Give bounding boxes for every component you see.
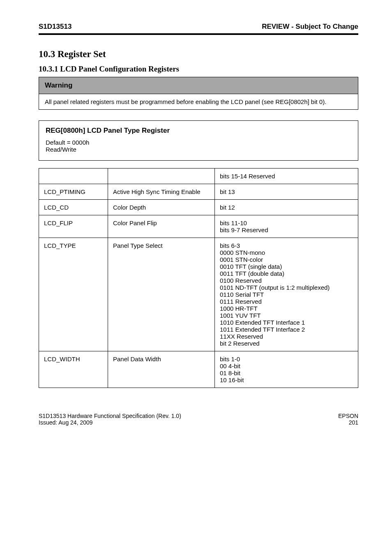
cell-name: LCD_TYPE: [39, 238, 108, 351]
register-title: REG[0800h] LCD Panel Type Register: [46, 127, 351, 135]
cell-bits: bit 13: [215, 184, 358, 200]
register-header-box: REG[0800h] LCD Panel Type Register Defau…: [39, 120, 358, 161]
footer-page-num: 201: [338, 419, 358, 426]
table-row: LCD_CD Color Depth bit 12: [39, 200, 358, 215]
warning-title-cell: Warning: [39, 77, 358, 94]
warning-title: Warning: [45, 81, 72, 89]
cell-desc: Color Depth: [108, 200, 215, 215]
cell-bits: bits 11-10 bits 9-7 Reserved: [215, 215, 358, 238]
cell-name: [39, 169, 108, 184]
page-header: S1D13513 REVIEW - Subject To Change: [39, 23, 358, 35]
cell-name: LCD_FLIP: [39, 215, 108, 238]
header-model: S1D13513: [39, 23, 71, 31]
page: S1D13513 REVIEW - Subject To Change 10.3…: [0, 0, 392, 463]
warning-body-cell: All panel related registers must be prog…: [39, 94, 358, 110]
page-footer: S1D13513 Hardware Functional Specificati…: [39, 413, 358, 426]
register-fields-table: bits 15-14 Reserved LCD_PTIMING Active H…: [39, 168, 358, 388]
cell-bits: bit 12: [215, 200, 358, 215]
header-status: REVIEW - Subject To Change: [262, 23, 358, 31]
table-row: LCD_TYPE Panel Type Select bits 6-3 0000…: [39, 238, 358, 351]
cell-desc: Panel Data Width: [108, 351, 215, 388]
cell-desc: Panel Type Select: [108, 238, 215, 351]
footer-left: S1D13513 Hardware Functional Specificati…: [39, 413, 181, 426]
table-row: bits 15-14 Reserved: [39, 169, 358, 184]
cell-name: LCD_CD: [39, 200, 108, 215]
cell-name: LCD_PTIMING: [39, 184, 108, 200]
cell-bits: bits 6-3 0000 STN-mono 0001 STN-color 00…: [215, 238, 358, 351]
cell-bits: bits 15-14 Reserved: [215, 169, 358, 184]
cell-name: LCD_WIDTH: [39, 351, 108, 388]
table-row: LCD_PTIMING Active High Sync Timing Enab…: [39, 184, 358, 200]
section-heading: 10.3 Register Set: [39, 49, 358, 60]
cell-bits: bits 1-0 00 4-bit 01 8-bit 10 16-bit: [215, 351, 358, 388]
table-row: LCD_WIDTH Panel Data Width bits 1-0 00 4…: [39, 351, 358, 388]
table-row: LCD_FLIP Color Panel Flip bits 11-10 bit…: [39, 215, 358, 238]
warning-box: Warning All panel related registers must…: [39, 77, 358, 110]
footer-brand: EPSON: [338, 413, 358, 419]
warning-body-row: All panel related registers must be prog…: [39, 94, 358, 110]
register-rw: Read/Write: [46, 146, 351, 153]
register-default: Default = 0000h: [46, 139, 351, 146]
subsection-heading: 10.3.1 LCD Panel Configuration Registers: [39, 65, 358, 74]
footer-right: EPSON 201: [338, 413, 358, 426]
cell-desc: Color Panel Flip: [108, 215, 215, 238]
footer-issued: Issued: Aug 24, 2009: [39, 419, 181, 426]
cell-desc: [108, 169, 215, 184]
cell-desc: Active High Sync Timing Enable: [108, 184, 215, 200]
warning-title-row: Warning: [39, 77, 358, 94]
footer-doc-title: S1D13513 Hardware Functional Specificati…: [39, 413, 181, 419]
